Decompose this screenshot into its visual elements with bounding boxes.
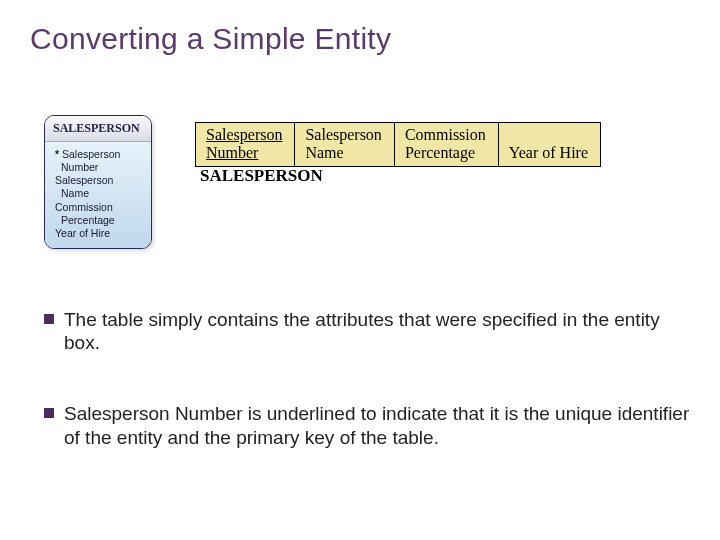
relation-name-label: SALESPERSON	[200, 166, 323, 186]
bullet-item: The table simply contains the attributes…	[44, 308, 690, 354]
entity-attr: Salesperson Name	[53, 174, 143, 200]
relation-col: Commission Percentage	[394, 123, 498, 167]
entity-attr: Salesperson Number	[53, 148, 143, 174]
relation-col: Salesperson Name	[295, 123, 394, 167]
relation-col: Salesperson Number	[196, 123, 295, 167]
bullet-item: Salesperson Number is underlined to indi…	[44, 402, 690, 448]
entity-attr: Commission Percentage	[53, 201, 143, 227]
relation-col: Year of Hire	[498, 123, 600, 167]
bullet-list: The table simply contains the attributes…	[44, 308, 690, 497]
entity-name: SALESPERSON	[45, 116, 151, 142]
entity-attr: Year of Hire	[53, 227, 143, 240]
slide-title: Converting a Simple Entity	[30, 22, 391, 56]
entity-box: SALESPERSON Salesperson Number Salespers…	[44, 115, 152, 249]
relation-table: Salesperson Number Salesperson Name Comm…	[195, 122, 601, 167]
entity-attributes: Salesperson Number Salesperson Name Comm…	[45, 142, 151, 248]
